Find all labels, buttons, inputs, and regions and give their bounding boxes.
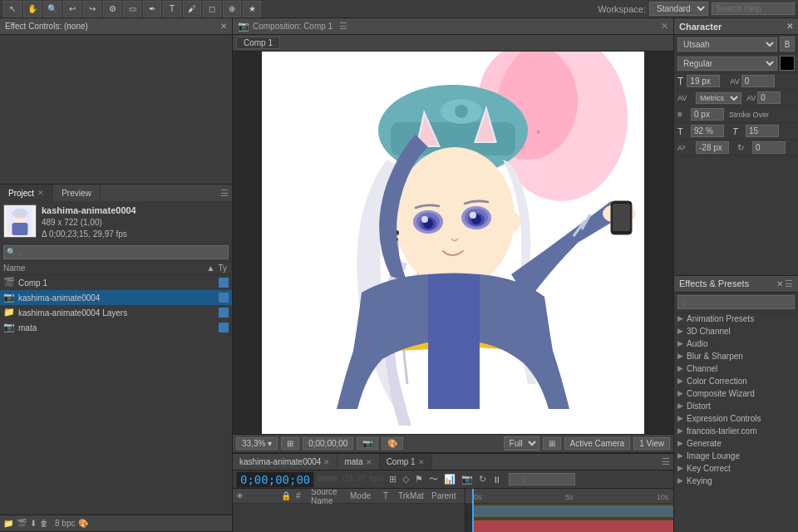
fx-arrow-icon: ▶	[677, 339, 683, 347]
project-tab-close[interactable]: ✕	[37, 189, 44, 197]
tl-motion-btn[interactable]: 〜	[427, 473, 440, 485]
snapshot-btn[interactable]: 📷	[357, 437, 378, 450]
kerning-select[interactable]: Metrics	[696, 92, 741, 104]
list-item[interactable]: 📁 kashima-animate0004 Layers	[0, 305, 232, 320]
fx-item-keying[interactable]: ▶ Keying	[674, 475, 798, 487]
timeline-search-input[interactable]	[509, 473, 575, 485]
project-panel-menu[interactable]: ☰	[220, 188, 232, 199]
tl-loop-btn[interactable]: ↻	[477, 474, 488, 485]
tl-tab-footage1[interactable]: kashima-animate0004 ✕	[233, 454, 337, 470]
fx-item-label: Audio	[687, 339, 708, 348]
tool-redo[interactable]: ↪	[83, 1, 101, 17]
indent-input[interactable]	[691, 108, 724, 121]
tl-tab-comp[interactable]: Comp 1 ✕	[380, 454, 432, 470]
tl-camera-btn[interactable]: 📷	[460, 474, 475, 485]
list-item[interactable]: 🎬 Comp 1	[0, 275, 232, 290]
fit-btn[interactable]: ⊞	[281, 437, 299, 450]
timecode-display[interactable]: 0;00;00;00	[303, 437, 353, 450]
list-item[interactable]: 📷 mata	[0, 320, 232, 335]
effects-panel-close[interactable]: ✕	[776, 279, 783, 288]
fx-item-animation-presets[interactable]: ▶ Animation Presets	[674, 313, 798, 325]
list-item[interactable]: 📷 kashima-animate0004	[0, 290, 232, 305]
stroke-label: Stroke Over	[726, 111, 795, 119]
project-thumbnail	[3, 204, 37, 238]
tool-zoom[interactable]: 🔍	[43, 1, 62, 17]
fx-item-image-lounge[interactable]: ▶ Image Lounge	[674, 450, 798, 462]
timeline-timecode[interactable]: 0;00;00;00	[236, 471, 314, 488]
quality-select[interactable]: Full	[504, 436, 539, 451]
fx-item-channel[interactable]: ▶ Channel	[674, 362, 798, 375]
fx-item-francois[interactable]: ▶ francois-tarlier.com	[674, 425, 798, 437]
tool-rect[interactable]: ▭	[123, 1, 141, 17]
zoom-display[interactable]: 33,3% ▾	[236, 437, 278, 450]
tool-clone[interactable]: ⊕	[223, 1, 241, 17]
camera-select[interactable]: Active Camera	[564, 437, 631, 450]
item-type-indicator	[219, 278, 229, 288]
fx-item-color-correction[interactable]: ▶ Color Correction	[674, 375, 798, 387]
color-btn[interactable]: 🎨	[382, 437, 403, 450]
new-folder-btn[interactable]: 📁	[3, 519, 13, 528]
color-depth-btn[interactable]: 🎨	[78, 519, 88, 528]
tl-markers-btn[interactable]: ⚑	[413, 474, 425, 485]
vert-scale-input[interactable]	[691, 125, 724, 137]
tl-hold-btn[interactable]: ⏸	[490, 475, 503, 485]
fx-item-generate[interactable]: ▶ Generate	[674, 437, 798, 450]
timeline-ruler[interactable]: 0s 5s 10s 15s 20s	[466, 489, 673, 504]
font-bold-btn[interactable]: B	[780, 37, 795, 52]
tl-tab-close[interactable]: ✕	[366, 458, 372, 466]
font-size-input[interactable]	[687, 75, 720, 87]
horiz-scale-input[interactable]	[746, 125, 779, 137]
comp-panel-menu[interactable]: ☰	[339, 21, 347, 32]
font-style-select[interactable]: Regular	[677, 57, 777, 71]
tl-tab-footage2[interactable]: mata ✕	[337, 454, 379, 470]
bpc-label: 8 bpc	[55, 519, 75, 528]
tool-eraser[interactable]: ◻	[203, 1, 221, 17]
tool-undo[interactable]: ↩	[63, 1, 81, 17]
baseline-input[interactable]	[696, 141, 729, 154]
tool-arrow[interactable]: ↖	[3, 1, 22, 17]
tool-brush[interactable]: 🖌	[183, 1, 201, 17]
comp-panel-close[interactable]: ✕	[661, 21, 668, 32]
effects-panel-menu[interactable]: ☰	[785, 278, 793, 289]
workspace-select[interactable]: Standard	[649, 2, 708, 16]
effect-controls-close[interactable]: ✕	[220, 22, 227, 31]
composition-viewer[interactable]: ≈ ♦ ◦	[233, 52, 673, 434]
project-search-icon: 🔍	[7, 248, 16, 256]
project-search-input[interactable]	[3, 245, 229, 259]
tracking-input[interactable]	[741, 75, 775, 87]
rotate-input[interactable]	[752, 141, 786, 154]
tl-tab-close[interactable]: ✕	[418, 458, 425, 466]
tool-text[interactable]: T	[163, 1, 181, 17]
tl-graph-btn[interactable]: 📊	[442, 474, 457, 485]
font-color-btn[interactable]	[780, 56, 795, 71]
views-select[interactable]: 1 View	[633, 437, 670, 450]
fx-item-3d-channel[interactable]: ▶ 3D Channel	[674, 325, 798, 337]
timeline-menu-btn[interactable]: ☰	[662, 456, 673, 467]
font-family-select[interactable]: Utsaah	[677, 37, 777, 52]
fx-item-blur-sharpen[interactable]: ▶ Blur & Sharpen	[674, 350, 798, 362]
tool-settings[interactable]: ⚙	[103, 1, 121, 17]
tool-puppet[interactable]: ★	[243, 1, 261, 17]
fx-item-distort[interactable]: ▶ Distort	[674, 400, 798, 412]
character-panel-close[interactable]: ✕	[786, 22, 793, 31]
import-btn[interactable]: ⬇	[30, 519, 37, 528]
tab-preview[interactable]: Preview	[53, 185, 101, 201]
fx-item-expression-controls[interactable]: ▶ Expression Controls	[674, 412, 798, 425]
tab-project[interactable]: Project ✕	[0, 185, 53, 201]
tl-tab-close[interactable]: ✕	[323, 458, 330, 466]
kerning-input[interactable]	[757, 91, 781, 104]
grid-btn[interactable]: ⊞	[543, 437, 561, 450]
timeline-playhead[interactable]	[472, 489, 474, 532]
comp-tab[interactable]: Comp 1	[236, 37, 280, 49]
delete-btn[interactable]: 🗑	[40, 519, 48, 528]
tl-keyframe-btn[interactable]: ◇	[401, 474, 411, 485]
fx-item-composite-wizard[interactable]: ▶ Composite Wizard	[674, 387, 798, 400]
fx-item-audio[interactable]: ▶ Audio	[674, 337, 798, 350]
effects-search-input[interactable]	[677, 295, 795, 309]
tool-pen[interactable]: ✒	[143, 1, 161, 17]
new-comp-btn[interactable]: 🎬	[17, 519, 27, 528]
tool-hand[interactable]: ✋	[23, 1, 42, 17]
tl-snap-btn[interactable]: ⊞	[387, 474, 398, 485]
search-input[interactable]	[712, 2, 795, 15]
fx-item-key-correct[interactable]: ▶ Key Correct	[674, 462, 798, 475]
